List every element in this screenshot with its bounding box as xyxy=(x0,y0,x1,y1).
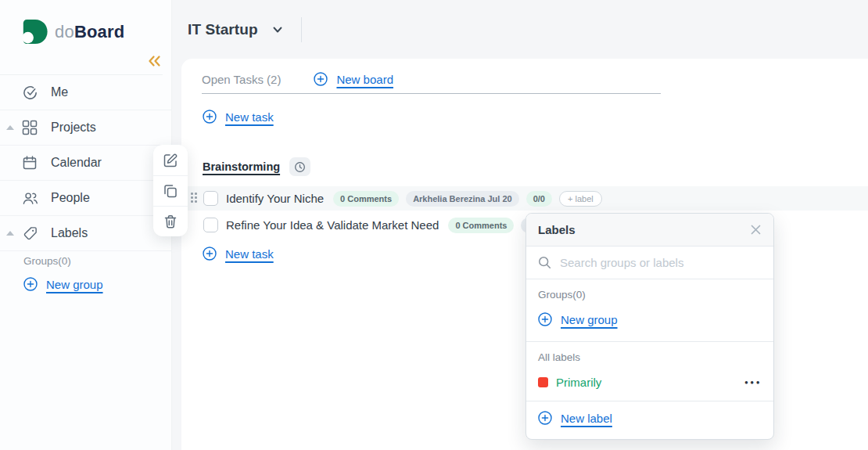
collapse-sidebar-icon[interactable] xyxy=(147,54,162,68)
task-actions-toolbar xyxy=(153,145,188,236)
project-title[interactable]: IT Startup xyxy=(188,21,258,38)
grid-icon xyxy=(22,120,38,136)
sidebar-item-me[interactable]: Me xyxy=(0,75,172,110)
sidebar-item-people[interactable]: People xyxy=(0,181,172,216)
labels-search-input[interactable] xyxy=(560,256,740,269)
board-divider xyxy=(202,93,661,94)
sidebar-groups-section: Groups(0) New group xyxy=(23,255,103,294)
expand-triangle-icon[interactable] xyxy=(6,231,14,236)
app-logo[interactable]: doBoard xyxy=(0,0,171,45)
chevron-down-icon[interactable] xyxy=(271,23,284,36)
drag-handle-icon[interactable] xyxy=(191,193,200,204)
popup-groups-section: Groups(0) New group xyxy=(526,279,773,342)
plus-circle-icon xyxy=(203,110,217,124)
plus-circle-icon xyxy=(538,312,552,326)
new-task-button[interactable]: New task xyxy=(203,247,274,261)
plus-circle-icon xyxy=(203,247,217,261)
new-label-label: New label xyxy=(561,412,612,425)
new-group-label: New group xyxy=(46,278,103,291)
comments-badge[interactable]: 0 Comments xyxy=(448,218,514,233)
section-header: Brainstorming xyxy=(203,157,868,176)
delete-button[interactable] xyxy=(153,206,188,236)
doboard-logo-icon xyxy=(21,19,49,45)
groups-count-label: Groups(0) xyxy=(23,255,103,267)
task-checkbox[interactable] xyxy=(203,191,218,206)
expand-triangle-icon[interactable] xyxy=(6,125,14,130)
open-tasks-count: Open Tasks (2) xyxy=(202,73,281,86)
sidebar-item-projects[interactable]: Projects xyxy=(0,110,172,146)
logo-text: doBoard xyxy=(55,22,124,42)
label-color-swatch xyxy=(538,377,548,387)
plus-circle-icon xyxy=(23,277,38,291)
label-name[interactable]: Primarily xyxy=(556,376,601,389)
new-board-button[interactable]: New board xyxy=(314,72,393,86)
comments-badge[interactable]: 0 Comments xyxy=(333,191,399,207)
popup-footer: New label xyxy=(526,401,773,439)
board-header: Open Tasks (2) New board xyxy=(181,59,868,86)
search-icon xyxy=(538,256,551,269)
edit-button[interactable] xyxy=(153,145,188,175)
sidebar-item-label: Me xyxy=(51,85,68,99)
checklist-badge[interactable]: 0/0 xyxy=(526,191,552,207)
popup-all-labels-section: All labels Primarily ●●● xyxy=(526,342,773,401)
groups-count-label: Groups(0) xyxy=(538,289,762,301)
new-task-button[interactable]: New task xyxy=(203,110,274,124)
sidebar-nav: Me Projects Calendar People La xyxy=(0,75,172,251)
plus-circle-icon xyxy=(538,411,552,425)
labels-popup-header: Labels xyxy=(526,214,773,247)
new-board-label: New board xyxy=(336,73,393,86)
label-item[interactable]: Primarily ●●● xyxy=(538,376,762,389)
new-group-button[interactable]: New group xyxy=(23,277,103,291)
new-group-button[interactable]: New group xyxy=(538,312,618,326)
sidebar-item-label: Calendar xyxy=(51,156,102,170)
trash-icon xyxy=(163,214,178,229)
new-task-label: New task xyxy=(225,247,274,261)
close-icon[interactable] xyxy=(750,224,762,236)
ellipsis-menu-icon[interactable]: ●●● xyxy=(744,379,762,387)
labels-popup-title: Labels xyxy=(538,223,576,236)
edit-icon xyxy=(163,153,178,168)
sidebar: doBoard Me Projects Calendar xyxy=(0,0,172,450)
task-title[interactable]: Identify Your Niche xyxy=(226,192,324,205)
sidebar-item-label: People xyxy=(51,191,90,205)
new-task-top: New task xyxy=(203,110,868,127)
sidebar-item-label: Labels xyxy=(51,226,88,240)
labels-popup: Labels Groups(0) New group All labels Pr… xyxy=(525,213,774,440)
new-group-label: New group xyxy=(561,313,618,326)
check-circle-icon xyxy=(22,85,38,101)
all-labels-header: All labels xyxy=(538,351,762,363)
topbar-divider xyxy=(301,17,302,42)
plus-circle-icon xyxy=(314,72,328,86)
add-label-button[interactable]: + label xyxy=(559,191,602,207)
task-row[interactable]: Identify Your Niche 0 Comments Arkhelia … xyxy=(181,186,868,211)
calendar-icon xyxy=(22,155,38,171)
new-label-button[interactable]: New label xyxy=(538,411,612,425)
sidebar-item-calendar[interactable]: Calendar xyxy=(0,146,172,181)
sidebar-item-label: Projects xyxy=(51,121,96,135)
tag-icon xyxy=(22,225,38,242)
task-checkbox[interactable] xyxy=(203,218,218,232)
new-task-label: New task xyxy=(225,110,274,124)
people-icon xyxy=(22,190,38,207)
clock-icon[interactable] xyxy=(289,157,310,176)
sidebar-item-labels[interactable]: Labels xyxy=(0,216,172,251)
copy-icon xyxy=(163,183,178,199)
section-title[interactable]: Brainstorming xyxy=(203,160,280,173)
assignee-due-badge[interactable]: Arkhelia Berezina Jul 20 xyxy=(406,191,519,207)
task-title[interactable]: Refine Your Idea & Validate Market Need xyxy=(226,218,439,232)
topbar: IT Startup xyxy=(188,0,868,59)
labels-search-row xyxy=(526,247,773,279)
copy-button[interactable] xyxy=(153,175,188,206)
